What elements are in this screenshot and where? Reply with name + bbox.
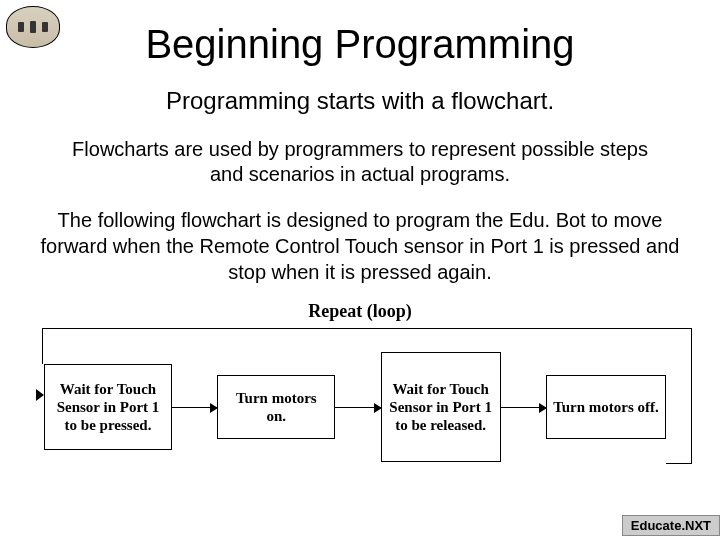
loop-line-right bbox=[691, 364, 692, 464]
flow-step-2: Turn motors on. bbox=[217, 375, 335, 439]
loop-label: Repeat (loop) bbox=[0, 301, 720, 322]
connector-arrow-icon bbox=[501, 407, 546, 408]
connector-arrow-icon bbox=[335, 407, 380, 408]
flow-step-3: Wait for Touch Sensor in Port 1 to be re… bbox=[381, 352, 501, 462]
subtitle: Programming starts with a flowchart. bbox=[0, 87, 720, 115]
logo-icon bbox=[6, 6, 60, 48]
connector-arrow-icon bbox=[172, 407, 217, 408]
page-title: Beginning Programming bbox=[0, 0, 720, 67]
loop-line-exit bbox=[666, 463, 692, 464]
flowchart: Wait for Touch Sensor in Port 1 to be pr… bbox=[28, 328, 692, 488]
intro-text: Flowcharts are used by programmers to re… bbox=[60, 137, 660, 187]
flow-step-1: Wait for Touch Sensor in Port 1 to be pr… bbox=[44, 364, 172, 450]
footer-badge: Educate.NXT bbox=[622, 515, 720, 536]
flow-step-4: Turn motors off. bbox=[546, 375, 666, 439]
flow-boxes: Wait for Touch Sensor in Port 1 to be pr… bbox=[44, 352, 666, 462]
loop-entry-arrow-icon bbox=[36, 389, 44, 401]
description-text: The following flowchart is designed to p… bbox=[28, 207, 692, 285]
